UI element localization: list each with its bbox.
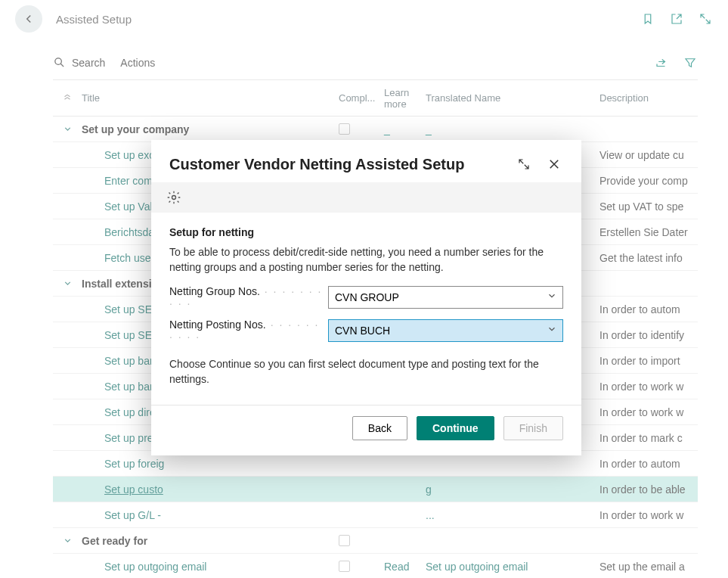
section-intro: To be able to process debit/credit-side … xyxy=(169,244,563,275)
finish-button: Finish xyxy=(503,416,563,440)
field-netting-group: Netting Group Nos.· · · · · · · · · · xyxy=(169,285,563,309)
netting-setup-dialog: Customer Vendor Netting Assisted Setup S… xyxy=(151,140,581,455)
dialog-close-button[interactable] xyxy=(545,155,563,173)
close-icon xyxy=(547,157,561,171)
section-title: Setup for netting xyxy=(169,226,563,238)
field-label-group: Netting Group Nos. xyxy=(169,285,260,297)
gear-icon[interactable] xyxy=(166,190,181,205)
dialog-expand-button[interactable] xyxy=(515,155,533,173)
field-label-posting: Netting Posting Nos. xyxy=(169,319,266,331)
section-hint: Choose Continue so you can first select … xyxy=(169,356,563,387)
back-button[interactable]: Back xyxy=(352,416,407,440)
netting-group-combo[interactable] xyxy=(328,286,563,309)
dialog-toolbar xyxy=(151,182,581,213)
expand-icon xyxy=(517,157,531,171)
svg-point-1 xyxy=(172,196,176,200)
continue-button[interactable]: Continue xyxy=(417,416,494,440)
dialog-title: Customer Vendor Netting Assisted Setup xyxy=(169,156,515,173)
field-netting-posting: Netting Posting Nos.· · · · · · · · · · xyxy=(169,319,563,343)
netting-posting-combo[interactable] xyxy=(328,319,563,342)
